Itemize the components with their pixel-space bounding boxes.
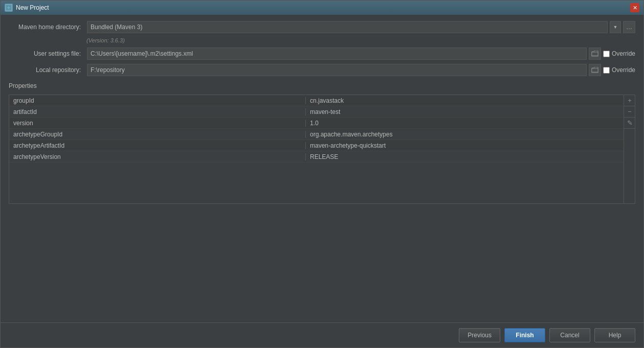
user-settings-folder-btn[interactable]: [589, 48, 601, 60]
properties-table: groupIdcn.javastackartifactIdmaven-testv…: [9, 95, 635, 204]
local-repo-row: Local repository: Override: [9, 64, 635, 76]
prop-value: maven-test: [306, 108, 624, 115]
finish-button[interactable]: Finish: [504, 328, 545, 342]
local-repo-input[interactable]: [87, 64, 587, 76]
edit-property-button[interactable]: ✎: [624, 118, 635, 129]
maven-home-label: Maven home directory:: [9, 24, 83, 31]
prop-key: groupId: [9, 97, 306, 104]
close-button[interactable]: ✕: [630, 3, 639, 12]
local-repo-label: Local repository:: [9, 66, 83, 74]
help-button[interactable]: Help: [594, 328, 635, 342]
user-settings-override-label: Override: [612, 50, 635, 57]
user-settings-label: User settings file:: [9, 50, 83, 57]
local-repo-folder-btn[interactable]: [589, 64, 601, 76]
properties-side-actions: + − ✎: [624, 95, 635, 203]
cancel-button[interactable]: Cancel: [549, 328, 590, 342]
maven-home-row: Maven home directory: ▼ …: [9, 21, 635, 33]
local-repo-override-checkbox[interactable]: [603, 67, 610, 74]
dialog-footer: Previous Finish Cancel Help: [1, 322, 643, 347]
prop-key: version: [9, 120, 306, 127]
table-row[interactable]: artifactIdmaven-test: [9, 106, 624, 118]
prop-key: artifactId: [9, 108, 306, 115]
prop-key: archetypeArtifactId: [9, 142, 306, 149]
maven-home-input-group: ▼ …: [87, 21, 635, 33]
title-bar: New Project ✕: [1, 1, 643, 15]
version-text: (Version: 3.6.3): [9, 37, 635, 43]
local-repo-override-group: Override: [603, 66, 635, 74]
maven-home-input[interactable]: [87, 21, 608, 33]
maven-home-settings-btn[interactable]: …: [623, 21, 635, 33]
dialog-icon: [5, 4, 13, 12]
table-row[interactable]: archetypeVersionRELEASE: [9, 151, 624, 163]
prop-key: archetypeVersion: [9, 153, 306, 160]
remove-property-button[interactable]: −: [624, 106, 635, 118]
user-settings-row: User settings file: Override: [9, 48, 635, 60]
prop-value: RELEASE: [306, 153, 624, 160]
table-row[interactable]: archetypeGroupIdorg.apache.maven.archety…: [9, 129, 624, 140]
user-settings-override-checkbox[interactable]: [603, 51, 610, 57]
prop-value: org.apache.maven.archetypes: [306, 131, 624, 138]
properties-list: groupIdcn.javastackartifactIdmaven-testv…: [9, 95, 624, 203]
add-property-button[interactable]: +: [624, 95, 635, 106]
prop-value: maven-archetype-quickstart: [306, 142, 624, 149]
prop-value: 1.0: [306, 120, 624, 127]
local-repo-input-group: Override: [87, 64, 635, 76]
dialog-content: Maven home directory: ▼ … (Version: 3.6.…: [1, 15, 643, 322]
prop-value: cn.javastack: [306, 97, 624, 104]
user-settings-override-group: Override: [603, 50, 635, 57]
prop-key: archetypeGroupId: [9, 131, 306, 138]
user-settings-input[interactable]: [87, 48, 587, 60]
local-repo-override-label: Override: [612, 66, 635, 74]
properties-header: Properties: [9, 82, 635, 90]
maven-home-dropdown-btn[interactable]: ▼: [610, 21, 621, 33]
dialog-title: New Project: [16, 4, 627, 11]
table-row[interactable]: archetypeArtifactIdmaven-archetype-quick…: [9, 140, 624, 151]
table-row[interactable]: version1.0: [9, 118, 624, 129]
new-project-dialog: New Project ✕ Maven home directory: ▼ … …: [0, 0, 644, 348]
previous-button[interactable]: Previous: [459, 328, 500, 342]
table-row[interactable]: groupIdcn.javastack: [9, 95, 624, 106]
user-settings-input-group: Override: [87, 48, 635, 60]
